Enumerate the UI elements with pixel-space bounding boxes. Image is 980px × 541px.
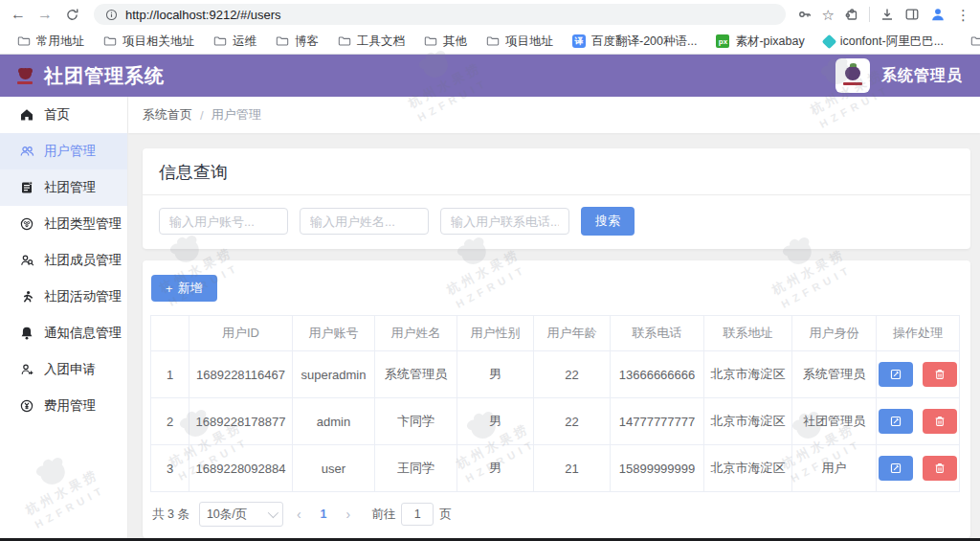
- sidebar-item-users[interactable]: 用户管理: [0, 133, 127, 169]
- star-icon[interactable]: ☆: [822, 8, 835, 22]
- bookmark-folder[interactable]: 其他: [416, 32, 475, 52]
- cell-age: 22: [534, 351, 611, 398]
- bookmark-folder[interactable]: 常用地址: [10, 32, 92, 52]
- query-card-title: 信息查询: [143, 148, 970, 195]
- chevron-down-icon: [268, 507, 278, 518]
- delete-button[interactable]: [923, 456, 957, 481]
- col-name: 用户姓名: [375, 316, 457, 351]
- cell-user-id: 1689228092884: [189, 445, 293, 492]
- bookmark-label: 素材-pixabay: [735, 34, 804, 50]
- cell-index: 1: [151, 351, 189, 398]
- table-row: 1 1689228116467 superadmin 系统管理员 男 22 13…: [151, 351, 960, 398]
- bookmark-baidu-translate[interactable]: 译 百度翻译-200种语...: [565, 32, 704, 52]
- col-role: 用户身份: [792, 316, 877, 351]
- person-add-icon: [18, 362, 35, 377]
- cell-account: admin: [293, 398, 375, 445]
- back-icon[interactable]: ←: [8, 4, 29, 25]
- name-search-input[interactable]: [300, 208, 429, 235]
- next-page-button[interactable]: ›: [341, 507, 357, 522]
- add-user-label: 新增: [178, 280, 203, 297]
- toolbar-actions: ☆ ⋮: [797, 6, 972, 23]
- url-text: http://localhost:9212/#/users: [125, 8, 281, 22]
- sidebar-item-label: 用户管理: [44, 143, 96, 160]
- plus-icon: +: [166, 282, 173, 296]
- cell-name: 卞同学: [375, 398, 457, 445]
- club-activity-icon: [18, 289, 35, 304]
- side-panel-icon[interactable]: [904, 7, 920, 22]
- main-content: 系统首页 / 用户管理 信息查询 搜索 + 新增: [128, 97, 980, 541]
- bookmark-folder[interactable]: 运维: [206, 32, 264, 52]
- page-size-select[interactable]: 10条/页: [199, 502, 283, 527]
- sidebar-item-label: 入团申请: [44, 361, 96, 378]
- sidebar-item-notifications[interactable]: 通知信息管理: [0, 315, 127, 351]
- cell-address: 北京市海淀区: [704, 398, 792, 445]
- delete-button[interactable]: [923, 362, 957, 387]
- goto-label: 前往: [371, 507, 395, 523]
- bookmark-folder[interactable]: 项目地址: [479, 32, 561, 52]
- extensions-icon[interactable]: [844, 7, 859, 22]
- profile-icon[interactable]: [929, 6, 947, 23]
- all-bookmarks-button[interactable]: 所有书签: [963, 32, 980, 52]
- current-user-name: 系统管理员: [881, 66, 963, 86]
- sidebar-item-home[interactable]: 首页: [0, 97, 127, 133]
- col-gender: 用户性别: [457, 316, 534, 351]
- phone-search-input[interactable]: [440, 208, 569, 235]
- key-icon[interactable]: [797, 7, 813, 22]
- bookmark-iconfont[interactable]: iconfont-阿里巴巴...: [816, 32, 951, 52]
- menu-icon[interactable]: ⋮: [956, 8, 970, 22]
- bookmark-label: 项目相关地址: [122, 34, 194, 50]
- folder-icon: [103, 34, 117, 48]
- cell-user-id: 1689228116467: [189, 351, 293, 398]
- account-search-input[interactable]: [159, 208, 288, 235]
- cell-role: 用户: [792, 445, 877, 492]
- pagination: 共 3 条 10条/页 ‹ 1 › 前往 页: [150, 502, 963, 527]
- forward-icon[interactable]: →: [34, 4, 56, 25]
- address-bar[interactable]: http://localhost:9212/#/users: [94, 4, 786, 25]
- users-table: 用户ID 用户账号 用户姓名 用户性别 用户年龄 联系电话 联系地址 用户身份 …: [150, 315, 960, 492]
- fee-icon: [18, 398, 35, 414]
- edit-button[interactable]: [879, 456, 913, 481]
- app-logo-icon: [17, 68, 33, 84]
- goto-page-input[interactable]: [401, 503, 434, 526]
- cell-name: 王同学: [375, 445, 457, 492]
- sidebar-item-club-members[interactable]: 社团成员管理: [0, 242, 127, 279]
- pagination-total: 共 3 条: [152, 507, 189, 523]
- info-icon[interactable]: [105, 9, 118, 21]
- folder-icon: [276, 34, 289, 48]
- sidebar-item-label: 社团管理: [44, 179, 96, 196]
- cell-role: 社团管理员: [792, 398, 877, 445]
- sidebar-item-label: 首页: [44, 106, 70, 124]
- add-user-button[interactable]: + 新增: [151, 275, 217, 302]
- sidebar-item-fees[interactable]: 费用管理: [0, 388, 127, 424]
- search-button[interactable]: 搜索: [581, 207, 635, 236]
- current-page[interactable]: 1: [315, 507, 333, 521]
- user-avatar[interactable]: [835, 58, 870, 93]
- bookmark-pixabay[interactable]: px 素材-pixabay: [708, 32, 812, 52]
- sidebar-item-club-activities[interactable]: 社团活动管理: [0, 279, 127, 315]
- cell-index: 3: [151, 445, 189, 492]
- cell-gender: 男: [457, 445, 534, 492]
- bookmark-folder[interactable]: 工具文档: [330, 32, 412, 52]
- sidebar-item-clubs[interactable]: 社团管理: [0, 169, 127, 206]
- cell-phone: 13666666666: [611, 351, 704, 398]
- prev-page-button[interactable]: ‹: [291, 507, 307, 522]
- folder-icon: [338, 34, 351, 48]
- sidebar-item-club-types[interactable]: 社团类型管理: [0, 206, 127, 242]
- bookmark-label: 百度翻译-200种语...: [591, 34, 697, 50]
- delete-button[interactable]: [923, 409, 957, 434]
- cell-address: 北京市海淀区: [704, 445, 792, 492]
- bookmark-folder[interactable]: 博客: [268, 32, 326, 52]
- download-icon[interactable]: [880, 7, 895, 22]
- page-unit-label: 页: [439, 507, 452, 523]
- sidebar-item-join-applications[interactable]: 入团申请: [0, 351, 127, 388]
- col-address: 联系地址: [704, 316, 792, 351]
- bookmarks-bar: 常用地址 项目相关地址 运维 博客 工具文档 其他 项目地址 译 百度翻译-20: [0, 29, 980, 54]
- edit-button[interactable]: [879, 362, 913, 387]
- cell-age: 22: [534, 398, 611, 445]
- app-header: 社团管理系统 系统管理员: [0, 55, 980, 97]
- club-type-icon: [18, 216, 35, 232]
- reload-icon[interactable]: [61, 4, 82, 25]
- bookmark-folder[interactable]: 项目相关地址: [96, 32, 202, 52]
- edit-button[interactable]: [879, 409, 913, 434]
- breadcrumb-home[interactable]: 系统首页: [143, 106, 192, 124]
